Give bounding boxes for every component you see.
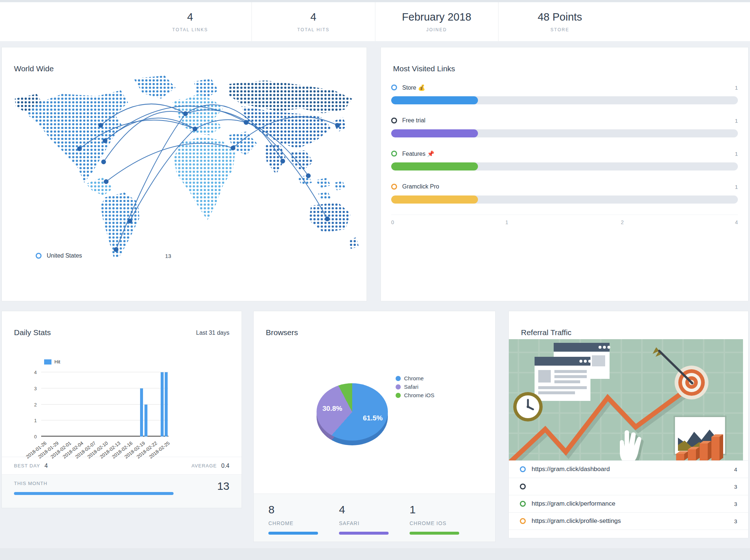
y-axis-label: 0: [26, 434, 37, 439]
summary-header: 4 TOTAL LINKS 4 TOTAL HITS February 2018…: [0, 2, 750, 41]
stat-store-points: 48 Points STORE: [498, 2, 621, 41]
link-hits: 1: [735, 184, 738, 190]
referral-row[interactable]: 3: [509, 478, 748, 495]
this-month-label: THIS MONTH: [14, 481, 229, 486]
stat-total-links: 4 TOTAL LINKS: [129, 2, 251, 41]
gridline: [41, 388, 168, 388]
referral-row[interactable]: https://gram.click/performance 3: [509, 495, 748, 512]
country-ring-icon: [36, 253, 42, 259]
browser-stat-chrome: 8 CHROME: [268, 503, 318, 532]
y-axis-label: 4: [26, 370, 37, 375]
stat-value: 4: [339, 503, 389, 516]
referral-ring-icon: [520, 484, 526, 489]
country-name: United States: [47, 252, 82, 259]
average-label: AVERAGE: [192, 463, 217, 469]
legend-item-chrome[interactable]: Chrome: [396, 375, 435, 381]
referral-url: https://gram.click/dashboard: [532, 466, 610, 473]
referral-row[interactable]: https://gram.click/profile-settings 3: [509, 512, 748, 530]
panel-title: Browsers: [266, 328, 298, 337]
axis-tick: 2: [621, 219, 624, 225]
best-day-label: BEST DAY: [14, 463, 40, 469]
link-hits: 1: [735, 118, 738, 124]
legend-item-safari[interactable]: Safari: [396, 384, 435, 390]
link-ring-icon: [391, 118, 397, 123]
link-bar: [391, 162, 478, 170]
link-bar: [391, 129, 478, 137]
link-ring-icon: [391, 85, 397, 90]
legend-dot-icon: [396, 376, 401, 381]
legend-label: Chrome: [404, 375, 424, 381]
most-visited-links-panel: Most Visited Links Store 💰 1 Free trial …: [381, 47, 749, 301]
referral-ring-icon: [520, 466, 526, 472]
referral-ring-icon: [520, 518, 526, 524]
legend-dot-icon: [396, 384, 401, 390]
browsers-panel: Browsers 61.5% 30.8% Chrome Safari Chrom…: [253, 311, 496, 542]
most-visited-row[interactable]: Store 💰 1: [391, 81, 738, 114]
panel-title: Most Visited Links: [393, 64, 455, 73]
stat-label: CHROME IOS: [410, 520, 459, 526]
link-bar: [391, 195, 478, 204]
referral-list-footer: [509, 530, 748, 540]
link-hits: 1: [735, 85, 738, 91]
y-axis-label: 1: [26, 418, 37, 423]
most-visited-row[interactable]: Free trial 1: [391, 114, 738, 147]
this-month-section: THIS MONTH 13: [2, 474, 242, 508]
link-bar-track: [391, 96, 738, 104]
y-axis-label: 2: [26, 402, 37, 408]
legend-label: Hit: [54, 359, 60, 365]
world-wide-panel: World Wide: [1, 47, 367, 301]
most-visited-row[interactable]: Features 📌 1: [391, 147, 738, 180]
stat-value: 4: [310, 11, 316, 23]
legend-item-chrome-ios[interactable]: Chrome iOS: [396, 392, 435, 398]
summary-stats: 4 TOTAL LINKS 4 TOTAL HITS February 2018…: [129, 2, 621, 41]
chart-legend[interactable]: Hit: [44, 359, 60, 365]
most-visited-list: Store 💰 1 Free trial 1 Features 📌 1: [391, 81, 738, 213]
axis-tick: 4: [735, 219, 738, 225]
referral-traffic-panel: Referral Traffic: [508, 311, 749, 538]
stat-label: TOTAL LINKS: [172, 27, 208, 32]
best-day-value: 4: [44, 463, 48, 469]
average-value: 0.4: [221, 463, 229, 469]
referral-list: https://gram.click/dashboard 4 3 https:/…: [509, 460, 748, 540]
referral-count: 3: [734, 484, 737, 490]
browsers-stats-footer: 8 CHROME 4 SAFARI 1 CHROME IOS: [254, 493, 495, 542]
stat-value: February 2018: [402, 11, 471, 23]
referral-url: https://gram.click/profile-settings: [532, 517, 621, 525]
link-bar-track: [391, 129, 738, 137]
link-bar: [391, 96, 478, 104]
daily-bar: [165, 372, 168, 437]
stat-label: STORE: [550, 27, 569, 32]
most-visited-x-axis: 0 1 2 4: [391, 215, 738, 230]
link-label: Free trial: [402, 117, 425, 124]
date-range-label: Last 31 days: [196, 330, 229, 336]
this-month-value: 13: [217, 480, 229, 492]
stat-label: TOTAL HITS: [297, 27, 329, 32]
panel-title: Referral Traffic: [521, 328, 571, 337]
referral-row[interactable]: https://gram.click/dashboard 4: [509, 460, 748, 478]
stat-color-bar: [268, 532, 318, 535]
clock-icon: [513, 392, 543, 421]
legend-label: Chrome iOS: [404, 392, 435, 398]
bottom-strip: [0, 548, 750, 560]
world-legend-row[interactable]: United States 13: [36, 252, 227, 259]
pie-percent-chrome: 61.5%: [363, 414, 383, 422]
referral-url: https://gram.click/performance: [532, 500, 615, 507]
stat-value: 1: [410, 503, 459, 516]
panel-title: Daily Stats: [14, 328, 51, 337]
link-bar-track: [391, 195, 738, 204]
daily-bar: [161, 372, 164, 437]
link-label: Gramclick Pro: [402, 183, 439, 190]
world-map: [9, 68, 360, 258]
legend-dot-icon: [396, 393, 401, 398]
pie-percent-safari: 30.8%: [322, 405, 342, 413]
stat-joined: February 2018 JOINED: [375, 2, 498, 41]
browsers-legend: Chrome Safari Chrome iOS: [396, 375, 435, 398]
stat-label: SAFARI: [339, 520, 389, 526]
browser-stat-safari: 4 SAFARI: [339, 503, 389, 532]
axis-tick: 0: [391, 219, 394, 225]
most-visited-row[interactable]: Gramclick Pro 1: [391, 180, 738, 213]
dashboard-page: 4 TOTAL LINKS 4 TOTAL HITS February 2018…: [0, 0, 750, 560]
legend-swatch-icon: [44, 359, 51, 365]
stat-label: CHROME: [268, 520, 318, 526]
browsers-pie-chart: 61.5% 30.8%: [317, 383, 388, 441]
